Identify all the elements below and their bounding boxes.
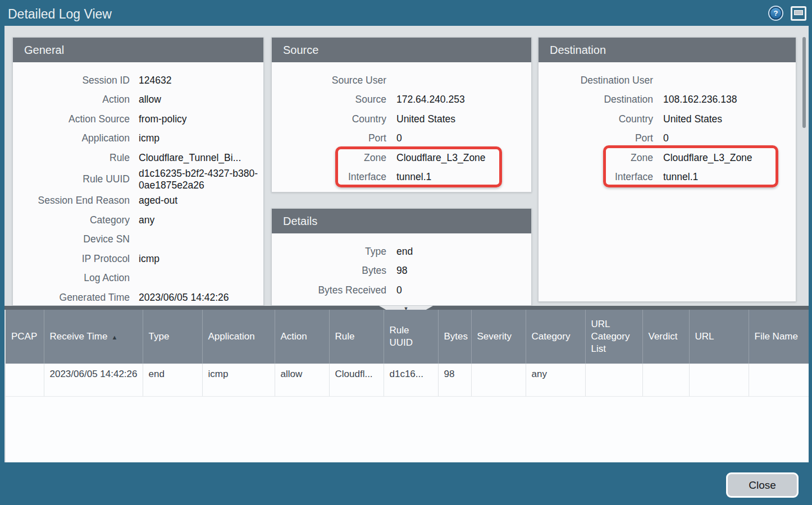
- help-icon[interactable]: ?: [768, 6, 783, 21]
- field-bytes-received: Bytes Received0: [272, 281, 531, 300]
- panel-destination: Destination Destination User Destination…: [538, 37, 796, 302]
- dialog-content: General Session ID124632 Actionallow Act…: [4, 26, 809, 462]
- panel-details-rows: Typeend Bytes98 Bytes Received0: [272, 235, 531, 300]
- column-header-rule-uuid[interactable]: Rule UUID: [384, 310, 438, 364]
- cell-rule-uuid: d1c16...: [384, 364, 438, 396]
- detailed-log-view-dialog: Detailed Log View ? General Session ID12…: [0, 0, 812, 505]
- vertical-scrollbar-thumb[interactable]: [802, 37, 806, 128]
- panel-general-title: General: [13, 38, 263, 63]
- panel-destination-title: Destination: [539, 38, 796, 63]
- cell-file-name: [749, 364, 809, 396]
- column-header-bytes[interactable]: Bytes: [438, 310, 471, 364]
- panel-details: Details Typeend Bytes98 Bytes Received0: [271, 208, 532, 306]
- field-session-id: Session ID124632: [13, 71, 263, 90]
- field-action: Actionallow: [13, 90, 263, 110]
- column-header-url[interactable]: URL: [689, 310, 749, 364]
- column-header-severity[interactable]: Severity: [471, 310, 526, 364]
- cell-application: icmp: [202, 364, 275, 396]
- column-header-application[interactable]: Application: [202, 310, 275, 364]
- log-table: PCAP Receive Time▲ Type Application Acti…: [6, 310, 809, 397]
- field-destination: Destination108.162.236.138: [539, 90, 796, 110]
- titlebar-icons: ?: [768, 6, 806, 21]
- field-source-zone: ZoneCloudflare_L3_Zone: [272, 148, 531, 168]
- column-header-rule[interactable]: Rule: [329, 310, 384, 364]
- column-header-file-name[interactable]: File Name: [749, 310, 809, 364]
- field-source: Source172.64.240.253: [272, 90, 531, 110]
- panel-details-title: Details: [272, 209, 531, 235]
- panel-general: General Session ID124632 Actionallow Act…: [12, 37, 264, 306]
- cell-severity: [471, 364, 526, 396]
- field-destination-country: CountryUnited States: [539, 109, 796, 129]
- column-header-action[interactable]: Action: [275, 310, 329, 364]
- column-header-verdict[interactable]: Verdict: [642, 310, 689, 364]
- column-header-receive-time[interactable]: Receive Time▲: [44, 310, 143, 364]
- field-generated-time: Generated Time2023/06/05 14:42:26: [13, 288, 263, 306]
- log-table-header-row: PCAP Receive Time▲ Type Application Acti…: [6, 310, 809, 364]
- cell-rule: Cloudfl...: [329, 364, 384, 396]
- field-destination-user: Destination User: [539, 71, 796, 90]
- field-destination-interface: Interfacetunnel.1: [539, 168, 796, 187]
- cell-bytes: 98: [438, 364, 471, 396]
- log-table-row[interactable]: 2023/06/05 14:42:26 end icmp allow Cloud…: [6, 364, 809, 396]
- field-type: Typeend: [272, 242, 531, 261]
- maximize-icon[interactable]: [791, 6, 806, 21]
- cell-verdict: [642, 364, 689, 396]
- column-header-category[interactable]: Category: [526, 310, 585, 364]
- field-application: Applicationicmp: [13, 129, 263, 149]
- field-source-port: Port0: [272, 129, 531, 149]
- dialog-titlebar: Detailed Log View ?: [0, 0, 812, 26]
- sort-ascending-icon: ▲: [111, 334, 117, 341]
- field-log-action: Log Action: [13, 269, 263, 288]
- cell-url: [689, 364, 749, 396]
- cell-pcap: [6, 364, 44, 396]
- field-category: Categoryany: [13, 210, 263, 230]
- field-session-end-reason: Session End Reasonaged-out: [13, 191, 263, 211]
- field-rule-uuid: Rule UUIDd1c16235-b2f2-4327-b380-0ae1875…: [13, 168, 263, 191]
- field-destination-port: Port0: [539, 129, 796, 149]
- field-source-user: Source User: [272, 71, 531, 90]
- panel-source-title: Source: [272, 38, 531, 63]
- help-icon-glyph: ?: [769, 7, 782, 20]
- panel-general-rows: Session ID124632 Actionallow Action Sour…: [13, 63, 263, 306]
- field-device-sn: Device SN: [13, 230, 263, 250]
- cell-action: allow: [275, 364, 329, 396]
- field-ip-protocol: IP Protocolicmp: [13, 249, 263, 269]
- panel-destination-rows: Destination User Destination108.162.236.…: [539, 63, 796, 187]
- field-source-interface: Interfacetunnel.1: [272, 168, 531, 187]
- log-table-container: PCAP Receive Time▲ Type Application Acti…: [6, 310, 809, 462]
- field-bytes: Bytes98: [272, 261, 531, 281]
- field-destination-zone: ZoneCloudflare_L3_Zone: [539, 148, 796, 168]
- column-header-type[interactable]: Type: [143, 310, 202, 364]
- dialog-title: Detailed Log View: [8, 0, 112, 26]
- cell-receive-time: 2023/06/05 14:42:26: [44, 364, 143, 396]
- close-button[interactable]: Close: [726, 472, 799, 498]
- column-header-pcap[interactable]: PCAP: [6, 310, 44, 364]
- field-rule: RuleCloudflare_Tunnel_Bi...: [13, 148, 263, 168]
- cell-url-category-list: [585, 364, 642, 396]
- maximize-icon-inner: [794, 10, 803, 15]
- field-source-country: CountryUnited States: [272, 109, 531, 129]
- cell-category: any: [526, 364, 585, 396]
- cell-type: end: [143, 364, 202, 396]
- field-action-source: Action Sourcefrom-policy: [13, 109, 263, 129]
- panel-source: Source Source User Source172.64.240.253 …: [271, 37, 532, 192]
- column-header-url-category-list[interactable]: URL Category List: [585, 310, 642, 364]
- panel-source-rows: Source User Source172.64.240.253 Country…: [272, 63, 531, 187]
